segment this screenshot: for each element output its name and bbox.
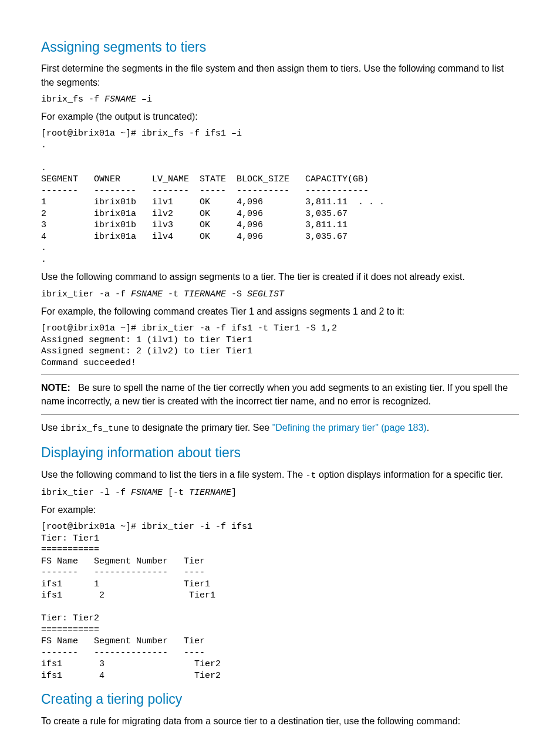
command-line: ibrix_fs -f FSNAME –i	[41, 94, 519, 106]
note-separator-bottom	[41, 414, 519, 415]
paragraph: To create a rule for migrating data from…	[41, 714, 519, 728]
command-line: ibrix_tier -l -f FSNAME [-t TIERNAME]	[41, 487, 519, 499]
paragraph: For example, the following command creat…	[41, 305, 519, 318]
paragraph: Use the following command to list the ti…	[41, 468, 519, 482]
paragraph: Use the following command to assign segm…	[41, 270, 519, 283]
code-output: [root@ibrix01a ~]# ibrix_fs -f ifs1 –i .…	[41, 128, 519, 265]
note-block: NOTE: Be sure to spell the name of the t…	[41, 381, 519, 408]
paragraph: For example:	[41, 503, 519, 517]
note-separator-top	[41, 374, 519, 375]
link-defining-primary-tier[interactable]: "Defining the primary tier" (page 183)	[272, 423, 427, 433]
heading-creating-tiering-policy: Creating a tiering policy	[41, 690, 519, 709]
paragraph: First determine the segments in the file…	[41, 62, 519, 89]
paragraph: Use ibrix_fs_tune to designate the prima…	[41, 421, 519, 436]
code-output: [root@ibrix01a ~]# ibrix_tier -i -f ifs1…	[41, 521, 519, 681]
code-output: [root@ibrix01a ~]# ibrix_tier -a -f ifs1…	[41, 323, 519, 369]
command-line: ibrix_tier -a -f FSNAME -t TIERNAME -S S…	[41, 289, 519, 301]
paragraph: For example (the output is truncated):	[41, 110, 519, 123]
note-text: Be sure to spell the name of the tier co…	[41, 383, 508, 406]
heading-assigning-segments: Assigning segments to tiers	[41, 38, 519, 57]
heading-displaying-tiers: Displaying information about tiers	[41, 443, 519, 463]
note-label: NOTE:	[41, 383, 70, 393]
